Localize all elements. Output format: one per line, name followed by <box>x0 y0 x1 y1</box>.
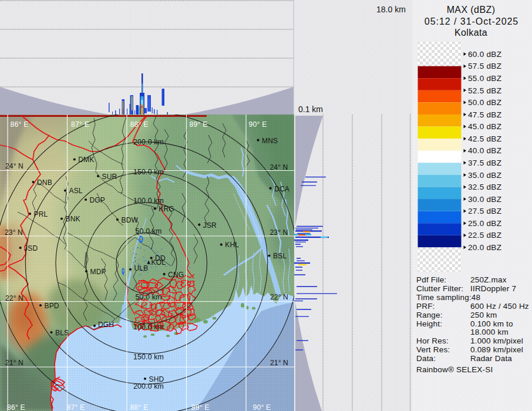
svg-text:IIRDoppler 7: IIRDoppler 7 <box>470 284 516 293</box>
svg-text:60.0 dBZ: 60.0 dBZ <box>468 50 501 59</box>
svg-text:47.5 dBZ: 47.5 dBZ <box>468 110 501 119</box>
svg-text:35.0 dBZ: 35.0 dBZ <box>468 171 501 180</box>
svg-text:600 Hz / 450 Hz: 600 Hz / 450 Hz <box>470 302 529 311</box>
svg-text:40.0 dBZ: 40.0 dBZ <box>468 146 501 155</box>
svg-text:0.1 km: 0.1 km <box>298 105 323 114</box>
svg-text:250Z.max: 250Z.max <box>470 275 507 284</box>
svg-text:57.5 dBZ: 57.5 dBZ <box>468 62 501 70</box>
svg-text:Data:: Data: <box>416 354 436 363</box>
svg-text:250 km: 250 km <box>470 311 497 319</box>
svg-text:27.5 dBZ: 27.5 dBZ <box>468 207 501 215</box>
svg-text:Radar Data: Radar Data <box>470 354 512 363</box>
svg-text:45.0 dBZ: 45.0 dBZ <box>468 122 501 131</box>
svg-text:25.0 dBZ: 25.0 dBZ <box>468 219 501 228</box>
svg-text:05:12 / 31-Oct-2025: 05:12 / 31-Oct-2025 <box>425 16 518 26</box>
svg-text:Rainbow® SELEX-SI: Rainbow® SELEX-SI <box>416 365 493 374</box>
svg-text:18.000 km: 18.000 km <box>470 328 509 336</box>
svg-text:PRF:: PRF: <box>416 302 435 311</box>
svg-text:Time sampling:48: Time sampling:48 <box>416 293 480 302</box>
svg-text:55.0 dBZ: 55.0 dBZ <box>468 74 501 83</box>
svg-text:22.5 dBZ: 22.5 dBZ <box>468 231 501 240</box>
svg-text:37.5 dBZ: 37.5 dBZ <box>468 159 501 167</box>
svg-text:50.0 dBZ: 50.0 dBZ <box>468 98 501 107</box>
svg-text:Height:: Height: <box>416 319 442 328</box>
svg-text:32.5 dBZ: 32.5 dBZ <box>468 183 501 191</box>
svg-text:0.089 km/pixel: 0.089 km/pixel <box>470 345 523 354</box>
svg-text:18.0 km: 18.0 km <box>376 5 406 14</box>
svg-text:0.100 km to: 0.100 km to <box>470 319 513 328</box>
svg-text:Vert Res:: Vert Res: <box>416 345 450 354</box>
svg-text:1.000 km/pixel: 1.000 km/pixel <box>470 336 523 345</box>
svg-text:Hor Res:: Hor Res: <box>416 336 449 345</box>
svg-text:Kolkata: Kolkata <box>454 28 487 38</box>
svg-text:42.5 dBZ: 42.5 dBZ <box>468 134 501 143</box>
svg-text:Range:: Range: <box>416 311 443 319</box>
svg-text:Clutter Filter:: Clutter Filter: <box>416 284 463 293</box>
svg-text:20.0 dBZ: 20.0 dBZ <box>468 243 501 252</box>
svg-text:52.5 dBZ: 52.5 dBZ <box>468 86 501 95</box>
svg-text:30.0 dBZ: 30.0 dBZ <box>468 195 501 204</box>
svg-text:Pdf File:: Pdf File: <box>416 275 446 284</box>
svg-text:MAX (dBZ): MAX (dBZ) <box>447 5 496 15</box>
